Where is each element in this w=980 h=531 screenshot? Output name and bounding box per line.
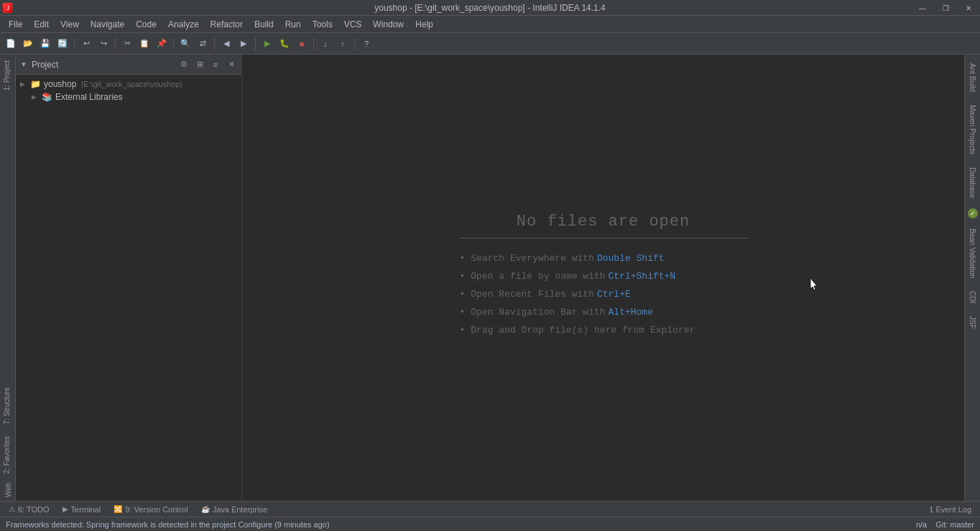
hint-shortcut-nav-bar: Alt+Home <box>609 307 653 318</box>
right-tab-jsf[interactable]: JSF <box>966 310 979 335</box>
close-button[interactable]: ✕ <box>957 0 980 16</box>
copy-button[interactable]: 📋 <box>137 36 152 52</box>
redo-button[interactable]: ↪ <box>96 36 111 52</box>
tab-java-enterprise-label: Java Enterprise <box>213 505 267 514</box>
sync-button[interactable]: 🔄 <box>55 36 70 52</box>
tab-todo[interactable]: ⚠ 6: TODO <box>3 504 55 515</box>
menu-item-window[interactable]: Window <box>367 18 410 31</box>
right-tab-bean-validation-icon[interactable]: ✓ <box>968 208 978 218</box>
open-button[interactable]: 📂 <box>20 36 36 52</box>
save-button[interactable]: 💾 <box>37 36 53 52</box>
run-button[interactable]: ▶ <box>259 36 275 52</box>
hint-drag-drop: • Drag and Drop file(s) here from Explor… <box>460 325 747 336</box>
sidebar-web-icon[interactable]: Web <box>0 482 16 498</box>
project-header: ▼ Project ⚙ ⊞ ≡ ✕ <box>16 55 241 75</box>
tab-version-control-label: 9: Version Control <box>125 505 188 514</box>
back-button[interactable]: ◀ <box>218 36 234 52</box>
right-tab-ant-build[interactable]: Ant Build <box>966 57 979 98</box>
menu-item-code[interactable]: Code <box>130 18 162 31</box>
menu-item-navigate[interactable]: Navigate <box>85 18 130 31</box>
intellij-icon: J <box>3 3 13 13</box>
hint-shortcut-search: Double Shift <box>597 253 665 264</box>
sidebar-item-structure[interactable]: 7: Structure <box>0 382 15 430</box>
vcs-update-button[interactable]: ↓ <box>318 36 333 52</box>
replace-button[interactable]: ⇄ <box>195 36 211 52</box>
right-tab-database[interactable]: Database <box>966 162 979 204</box>
vcs-icon: 🔀 <box>114 505 122 513</box>
terminal-icon: ▶ <box>63 505 68 513</box>
minimize-button[interactable]: — <box>911 0 934 16</box>
editor-area: No files are open • Search Everywhere wi… <box>242 55 964 501</box>
title-bar-text: youshop - [E:\git_work_space\youshop] - … <box>374 3 606 13</box>
right-tab-cdi[interactable]: CDI <box>966 285 979 309</box>
menu-item-refactor[interactable]: Refactor <box>205 18 249 31</box>
forward-button[interactable]: ▶ <box>236 36 251 52</box>
hint-bullet-1: • <box>460 253 466 264</box>
event-log-label: 1 Event Log <box>929 505 971 514</box>
tree-sublabel-root: (E:\git_work_space\youshop) <box>80 80 182 88</box>
hint-text-recent: Open Recent Files with <box>471 289 594 300</box>
toolbar-separator-2 <box>115 37 116 50</box>
mouse-cursor <box>810 277 811 290</box>
project-panel: ▼ Project ⚙ ⊞ ≡ ✕ ▶ 📁 youshop (E:\git_wo… <box>16 55 242 501</box>
tree-arrow-libraries: ▶ <box>32 93 39 101</box>
tree-item-libraries[interactable]: ▶ 📚 External Libraries <box>16 91 241 103</box>
help-button[interactable]: ? <box>359 36 374 52</box>
menu-item-edit[interactable]: Edit <box>28 18 55 31</box>
right-tab-maven[interactable]: Maven Projects <box>966 99 979 160</box>
stop-button[interactable]: ■ <box>294 36 310 52</box>
paste-button[interactable]: 📌 <box>154 36 170 52</box>
menu-item-help[interactable]: Help <box>410 18 439 31</box>
menu-bar: FileEditViewNavigateCodeAnalyzeRefactorB… <box>0 16 980 33</box>
hint-recent: • Open Recent Files with Ctrl+E <box>460 289 747 300</box>
menu-item-build[interactable]: Build <box>249 18 279 31</box>
left-side-tabs: 1: Project 7: Structure 2: Favorites Web <box>0 55 16 501</box>
sidebar-item-project[interactable]: 1: Project <box>0 55 15 96</box>
tab-terminal[interactable]: ▶ Terminal <box>57 504 107 515</box>
tab-java-enterprise[interactable]: ☕ Java Enterprise <box>195 504 273 515</box>
right-tab-bean-validation[interactable]: Bean Validation <box>966 223 979 284</box>
project-dropdown-arrow: ▼ <box>20 60 27 68</box>
tree-label-root: youshop <box>44 79 76 89</box>
menu-item-vcs[interactable]: VCS <box>338 18 368 31</box>
project-settings-button[interactable]: ⚙ <box>178 59 190 70</box>
project-close-button[interactable]: ✕ <box>226 59 237 70</box>
tab-version-control[interactable]: 🔀 9: Version Control <box>108 504 193 515</box>
cut-button[interactable]: ✂ <box>119 36 135 52</box>
tree-libraries-icon: 📚 <box>42 92 52 102</box>
maximize-button[interactable]: ❐ <box>934 0 957 16</box>
event-log-tab[interactable]: 1 Event Log <box>923 504 977 515</box>
title-bar-controls: — ❐ ✕ <box>911 0 980 16</box>
status-bar: Frameworks detected: Spring framework is… <box>0 517 980 531</box>
menu-item-tools[interactable]: Tools <box>307 18 338 31</box>
menu-item-analyze[interactable]: Analyze <box>162 18 205 31</box>
todo-icon: ⚠ <box>9 505 15 513</box>
title-bar: J youshop - [E:\git_work_space\youshop] … <box>0 0 980 16</box>
project-gear-button[interactable]: ≡ <box>210 59 221 70</box>
tree-folder-icon: 📁 <box>30 79 41 89</box>
find-button[interactable]: 🔍 <box>177 36 193 52</box>
hint-bullet-3: • <box>460 289 466 300</box>
new-file-button[interactable]: 📄 <box>3 36 19 52</box>
menu-item-view[interactable]: View <box>55 18 85 31</box>
hint-nav-bar: • Open Navigation Bar with Alt+Home <box>460 307 747 318</box>
hint-text-drag-drop: Drag and Drop file(s) here from Explorer <box>471 325 695 336</box>
no-files-title: No files are open <box>460 213 747 239</box>
tree-arrow-root: ▶ <box>20 80 27 88</box>
menu-item-run[interactable]: Run <box>279 18 307 31</box>
hint-search: • Search Everywhere with Double Shift <box>460 253 747 264</box>
hint-text-nav-bar: Open Navigation Bar with <box>471 307 605 318</box>
hint-open-name: • Open a file by name with Ctrl+Shift+N <box>460 271 747 282</box>
hint-text-search: Search Everywhere with <box>471 253 594 264</box>
menu-item-file[interactable]: File <box>3 18 28 31</box>
sidebar-item-favorites[interactable]: 2: Favorites <box>0 430 15 479</box>
hint-shortcut-recent: Ctrl+E <box>597 289 631 300</box>
hint-text-open-name: Open a file by name with <box>471 271 605 282</box>
hint-bullet-2: • <box>460 271 466 282</box>
tree-item-root[interactable]: ▶ 📁 youshop (E:\git_work_space\youshop) <box>16 78 241 91</box>
vcs-commit-button[interactable]: ↑ <box>335 36 351 52</box>
bottom-tabs: ⚠ 6: TODO ▶ Terminal 🔀 9: Version Contro… <box>0 501 980 517</box>
debug-button[interactable]: 🐛 <box>277 36 292 52</box>
project-expand-button[interactable]: ⊞ <box>194 59 205 70</box>
undo-button[interactable]: ↩ <box>78 36 94 52</box>
